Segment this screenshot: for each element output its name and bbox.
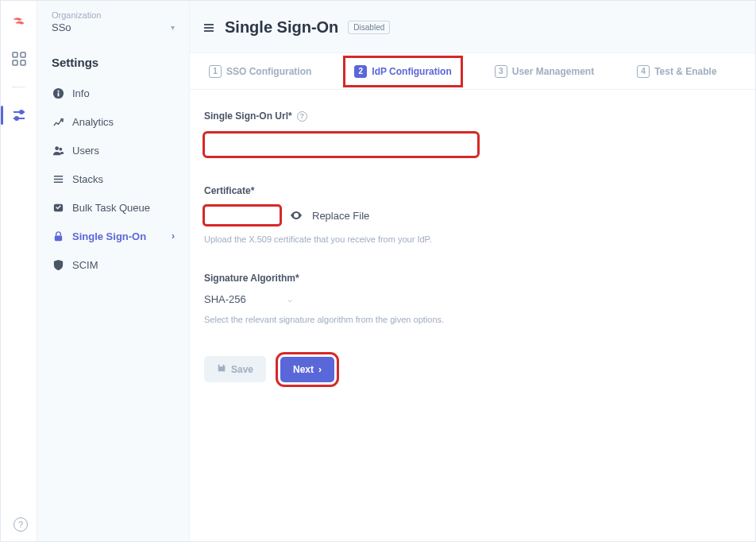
save-icon [217,363,226,375]
sidebar-item-analytics[interactable]: Analytics [42,107,184,136]
sidebar-item-bulk-queue[interactable]: Bulk Task Queue [42,193,184,222]
algorithm-select[interactable]: SHA-256 ⌵ [204,293,292,305]
tab-row: 1 SSO Configuration 2 IdP Configuration … [190,53,755,90]
save-button[interactable]: Save [204,356,266,382]
org-selector[interactable]: Organization SSo ▾ [37,1,189,40]
action-row: Save Next › [204,356,668,382]
tab-number: 4 [637,65,650,78]
info-icon [52,87,64,99]
tab-number: 3 [495,65,507,78]
tab-user-mgmt[interactable]: 3 User Management [490,65,599,78]
app-logo [10,14,28,31]
tab-test-enable[interactable]: 4 Test & Enable [632,65,721,78]
svg-rect-8 [57,90,59,91]
users-icon [52,144,64,157]
queue-icon [52,201,64,214]
algorithm-help: Select the relevant signature algorithm … [204,315,668,324]
tab-number: 1 [209,65,222,78]
sso-url-input[interactable] [204,133,478,157]
nav-list: Info Analytics Users Stacks Bulk Task Qu… [37,79,189,279]
certificate-file-box[interactable] [204,206,280,225]
eye-icon[interactable] [290,209,303,222]
svg-rect-3 [21,60,25,65]
hamburger-icon[interactable] [202,21,215,34]
tab-label: SSO Configuration [226,66,311,77]
svg-rect-2 [13,60,17,65]
sidebar-item-label: Stacks [72,173,175,185]
tab-label: IdP Configuration [372,66,451,77]
main-content: Single Sign-On Disabled 1 SSO Configurat… [190,1,755,541]
algorithm-value: SHA-256 [204,293,246,305]
svg-rect-0 [13,52,17,57]
next-label: Next [293,364,314,375]
tab-number: 2 [354,65,367,78]
org-label: Organization [52,10,175,20]
certificate-label: Certificate* [204,185,668,196]
sidebar-item-info[interactable]: Info [42,79,184,107]
svg-rect-12 [54,235,61,241]
sidebar-item-sso[interactable]: Single Sign-On › [42,222,184,250]
lock-icon [52,230,64,242]
svg-point-4 [20,110,23,114]
sidebar-item-label: SCIM [72,259,175,271]
svg-point-5 [15,117,18,120]
sidebar-item-label: Info [72,87,175,99]
chevron-right-icon: › [318,364,322,375]
org-name: SSo [52,21,71,33]
chevron-down-icon: ⌵ [287,295,292,304]
algorithm-label: Signature Algorithm* [204,273,668,284]
tab-label: User Management [512,66,594,77]
svg-point-9 [55,146,59,150]
svg-point-10 [59,147,62,150]
sidebar-item-label: Single Sign-On [72,230,164,242]
sidebar: Organization SSo ▾ Settings Info Analyti… [37,1,190,541]
url-label: Single Sign-On Url* ? [204,110,668,122]
sidebar-item-label: Bulk Task Queue [72,202,175,214]
status-badge: Disabled [348,21,390,34]
icon-rail [1,1,37,541]
stacks-icon [52,172,64,185]
tab-idp-config[interactable]: 2 IdP Configuration [349,65,456,78]
help-icon[interactable]: ? [297,111,307,122]
settings-heading: Settings [37,40,189,79]
save-label: Save [231,364,253,375]
replace-file-link[interactable]: Replace File [312,210,369,222]
help-floating-icon[interactable]: ? [14,517,28,532]
page-title: Single Sign-On [225,18,338,37]
svg-point-13 [295,215,298,217]
page-header: Single Sign-On Disabled [190,1,755,53]
shield-icon [52,258,64,271]
sidebar-item-label: Users [72,145,175,157]
analytics-icon [52,115,64,128]
chevron-right-icon: › [172,230,175,242]
form-area: Single Sign-On Url* ? Certificate* Repla… [190,90,682,403]
sidebar-item-stacks[interactable]: Stacks [42,165,184,193]
dashboard-icon[interactable] [12,52,26,66]
sidebar-item-label: Analytics [72,116,175,128]
sidebar-item-scim[interactable]: SCIM [42,250,184,279]
tab-label: Test & Enable [654,66,716,77]
sidebar-item-users[interactable]: Users [42,136,184,165]
svg-rect-7 [57,92,59,96]
tab-sso-config[interactable]: 1 SSO Configuration [204,65,316,78]
settings-sliders-icon[interactable] [12,108,26,122]
next-button[interactable]: Next › [280,357,334,382]
svg-rect-1 [21,52,25,57]
chevron-down-icon: ▾ [171,23,175,32]
certificate-help: Upload the X.509 certificate that you re… [204,234,668,244]
